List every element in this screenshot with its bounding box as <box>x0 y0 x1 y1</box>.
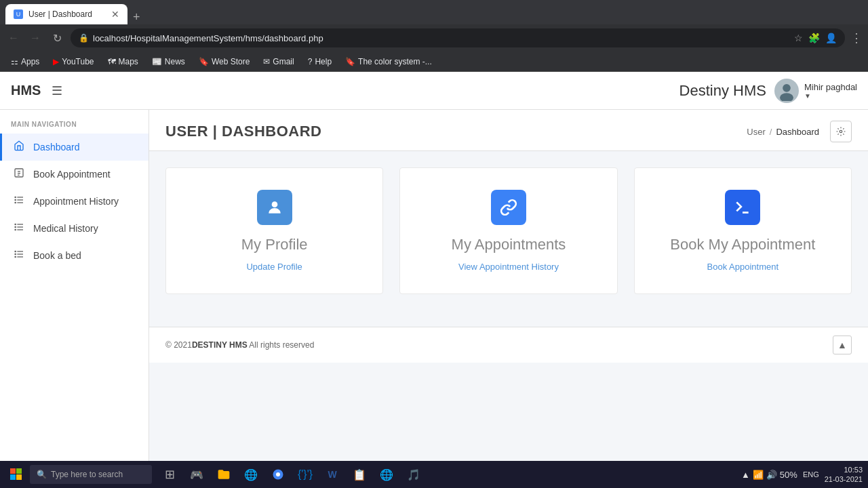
appointments-card-link[interactable]: View Appointment History <box>458 262 559 272</box>
breadcrumb-user: User <box>747 127 765 137</box>
back-button[interactable]: ← <box>5 32 22 44</box>
sidebar-book-bed-label: Book a bed <box>33 250 81 261</box>
bookmark-gmail[interactable]: ✉ Gmail <box>258 56 299 68</box>
bookmark-help-label: Help <box>315 57 332 66</box>
color-system-icon: 🔖 <box>345 57 355 66</box>
taskbar-file-explorer[interactable] <box>212 462 236 487</box>
taskbar-app-unknown3[interactable]: 🎵 <box>401 462 426 487</box>
appointments-card-title: My Appointments <box>452 236 566 253</box>
svg-point-0 <box>783 84 791 92</box>
taskbar-xbox[interactable]: 🎮 <box>184 462 209 487</box>
settings-button[interactable] <box>830 121 852 142</box>
svg-point-10 <box>15 199 16 200</box>
scroll-to-top-button[interactable]: ▲ <box>833 336 852 354</box>
bookmark-news[interactable]: 📰 News <box>146 56 191 68</box>
sidebar-item-book-bed[interactable]: Book a bed <box>0 242 149 269</box>
chevron-down-icon: ▼ <box>804 92 857 100</box>
address-bar[interactable]: 🔒 localhost/HospitalManagementSystem/hms… <box>71 28 845 47</box>
taskbar-word[interactable]: W <box>320 462 344 487</box>
chrome-menu-button[interactable]: ⋮ <box>850 30 863 45</box>
new-tab-button[interactable]: + <box>127 10 146 24</box>
tab-title: User | Dashboard <box>28 9 92 19</box>
tab-close-button[interactable]: ✕ <box>111 9 119 20</box>
profile-card-title: My Profile <box>241 236 308 253</box>
extension-icon[interactable]: 🧩 <box>808 33 820 43</box>
book-appointment-card: Book My Appointment Book Appointment <box>634 167 852 294</box>
bookmark-youtube[interactable]: ▶ YouTube <box>47 56 99 68</box>
start-button[interactable] <box>5 464 27 485</box>
appointments-card-icon <box>491 190 526 225</box>
svg-point-15 <box>15 224 16 224</box>
svg-point-24 <box>840 130 842 133</box>
svg-point-32 <box>276 472 280 476</box>
news-icon: 📰 <box>152 57 162 66</box>
hamburger-menu-icon[interactable]: ☰ <box>49 81 65 101</box>
bookmark-webstore[interactable]: 🔖 Web Store <box>193 56 255 68</box>
gmail-icon: ✉ <box>263 57 270 66</box>
tab-favicon: U <box>14 9 23 19</box>
sidebar-medical-history-label: Medical History <box>33 223 98 234</box>
chevron-up-icon[interactable]: ▲ <box>741 470 750 480</box>
taskbar-search[interactable]: 🔍 Type here to search <box>30 465 152 484</box>
footer-rights: All rights reserved <box>248 340 315 350</box>
svg-point-9 <box>15 197 16 197</box>
battery-text: 50% <box>780 470 797 480</box>
profile-card-link[interactable]: Update Profile <box>246 262 302 272</box>
bed-list-icon <box>13 249 25 262</box>
star-icon[interactable]: ☆ <box>794 33 803 43</box>
profile-icon[interactable]: 👤 <box>825 33 837 43</box>
language-indicator: ENG <box>803 470 819 479</box>
taskbar-vs-code[interactable]: {'}'} <box>293 462 317 487</box>
sidebar-item-dashboard[interactable]: Dashboard <box>0 134 149 161</box>
profile-card-icon <box>257 190 292 225</box>
clock-date: 21-03-2021 <box>825 474 863 484</box>
bookmark-color-system[interactable]: 🔖 The color system -... <box>340 56 437 68</box>
taskbar-clock: 10:53 21-03-2021 <box>825 465 863 485</box>
footer-copyright: © 2021 <box>165 340 192 350</box>
taskbar-right: ▲ 📶 🔊 50% ENG 10:53 21-03-2021 <box>741 465 863 485</box>
bookmark-webstore-label: Web Store <box>212 57 250 66</box>
svg-point-22 <box>15 253 16 254</box>
url-text: localhost/HospitalManagementSystem/hms/d… <box>93 33 323 43</box>
taskbar-task-view[interactable]: ⊞ <box>157 462 182 487</box>
svg-rect-30 <box>16 474 22 480</box>
taskbar-app-unknown2[interactable]: 🌐 <box>374 462 399 487</box>
home-icon <box>13 140 25 154</box>
taskbar-app-unknown[interactable]: 📋 <box>347 462 372 487</box>
system-icons: ▲ 📶 🔊 50% <box>741 470 797 480</box>
sidebar-book-appointment-label: Book Appointment <box>33 169 111 180</box>
nav-right: Destiny HMS Mihir paghdal ▼ <box>679 79 857 103</box>
taskbar-apps: ⊞ 🎮 🌐 {'}'} W 📋 🌐 🎵 <box>157 462 426 487</box>
maps-icon: 🗺 <box>108 57 116 66</box>
taskbar-edge[interactable]: 🌐 <box>239 462 263 487</box>
active-tab[interactable]: U User | Dashboard ✕ <box>5 4 127 24</box>
clock-time: 10:53 <box>825 465 863 474</box>
avatar <box>774 79 799 103</box>
user-menu[interactable]: Mihir paghdal ▼ <box>774 79 857 103</box>
breadcrumb-separator: / <box>770 127 772 137</box>
sidebar-item-appointment-history[interactable]: Appointment History <box>0 188 149 215</box>
reload-button[interactable]: ↻ <box>49 32 65 45</box>
content-area: USER | DASHBOARD User / Dashboard <box>149 110 868 461</box>
bookmark-help[interactable]: ? Help <box>302 56 337 68</box>
tab-bar: U User | Dashboard ✕ + <box>0 0 868 24</box>
svg-point-25 <box>271 201 277 207</box>
youtube-icon: ▶ <box>53 57 59 66</box>
breadcrumb: User / Dashboard <box>747 127 819 137</box>
bookmark-maps[interactable]: 🗺 Maps <box>102 56 144 68</box>
bookmark-apps[interactable]: ⚏ Apps <box>5 56 45 68</box>
book-appointment-card-link[interactable]: Book Appointment <box>707 262 779 272</box>
breadcrumb-current: Dashboard <box>776 127 819 137</box>
extension-icons: ☆ 🧩 👤 <box>794 33 837 43</box>
taskbar-chrome[interactable] <box>266 462 290 487</box>
svg-point-21 <box>15 251 16 251</box>
bookmark-youtube-label: YouTube <box>62 57 94 66</box>
forward-button[interactable]: → <box>27 32 43 44</box>
sidebar-dashboard-label: Dashboard <box>33 142 80 152</box>
taskbar: 🔍 Type here to search ⊞ 🎮 🌐 {'}'} W 📋 🌐 <box>0 461 868 488</box>
edit-icon <box>13 167 25 181</box>
medical-list-icon <box>13 222 25 235</box>
sidebar-item-medical-history[interactable]: Medical History <box>0 215 149 242</box>
sidebar-item-book-appointment[interactable]: Book Appointment <box>0 161 149 188</box>
username: Mihir paghdal <box>804 82 857 92</box>
